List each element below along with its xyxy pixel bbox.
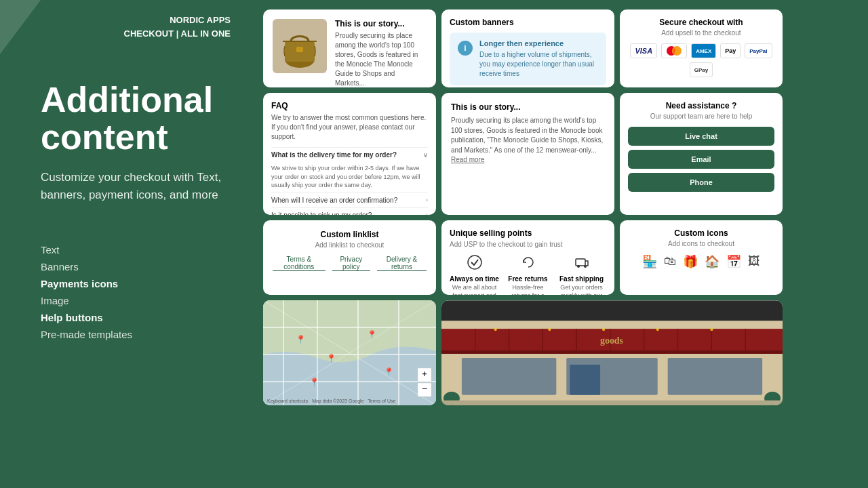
card-faq: FAQ We try to answer the most common que… [263, 93, 436, 215]
svg-rect-41 [441, 350, 783, 354]
content-grid: This is our story... Proudly securing it… [258, 0, 868, 488]
story2-link[interactable]: Read more [451, 156, 484, 163]
faq-title: FAQ [271, 101, 428, 110]
usp-desc-1: We are all about fast support and even f… [450, 284, 499, 295]
svg-point-50 [548, 328, 551, 331]
sidebar-item-banners[interactable]: Banners [41, 261, 231, 272]
svg-text:📍: 📍 [384, 367, 394, 377]
story1-body: Proudly securing its place among the wor… [335, 31, 427, 87]
left-panel: NORDIC APPS CHECKOUT | ALL IN ONE Additi… [0, 0, 258, 488]
privacy-link[interactable]: Privacy policy [332, 256, 370, 271]
card-store-image: goods [441, 300, 783, 405]
brand-name: NORDIC APPS [124, 14, 231, 27]
svg-text:📍: 📍 [326, 353, 336, 363]
svg-point-51 [602, 328, 605, 331]
linklist-links: Terms & conditions Privacy policy Delive… [273, 256, 427, 271]
usp-title-2: Free returns [503, 275, 553, 283]
image-icon: 🖼 [748, 254, 760, 269]
banner-body: Due to a higher volume of shipments, you… [479, 50, 598, 79]
chevron-down-icon: ∨ [423, 152, 428, 159]
paypal-icon: PayPal [745, 43, 772, 58]
usp-desc-2: Hassle-free returns for a seamless shopp… [503, 284, 553, 295]
sidebar-item-help[interactable]: Help buttons [41, 312, 231, 323]
custom-icons-grid: 🏪 🛍 🎁 🏠 📅 🖼 [628, 254, 774, 269]
story1-title: This is our story... [335, 19, 427, 28]
secure-subtitle: Add upsell to the checkout [628, 29, 774, 37]
sidebar-item-text[interactable]: Text [41, 244, 231, 256]
svg-point-6 [468, 256, 481, 269]
custom-icons-title: Custom icons [628, 228, 774, 238]
usp-title-3: Fast shipping [557, 275, 606, 283]
sidebar-item-templates[interactable]: Pre-made templates [41, 329, 231, 340]
phone-button[interactable]: Phone [628, 173, 774, 192]
usp-desc-3: Get your orders quickly with our expedit… [557, 284, 606, 295]
faq-item-1[interactable]: What is the delivery time for my order? … [271, 147, 428, 162]
linklist-title: Custom linklist [273, 230, 427, 239]
banner-heading: Longer then experience [479, 39, 598, 47]
usp-item-1: Always on time We are all about fast sup… [450, 255, 499, 295]
svg-rect-2 [296, 47, 303, 52]
card-story1: This is our story... Proudly securing it… [263, 9, 436, 87]
chevron-right-icon-2: › [426, 211, 428, 215]
svg-rect-42 [462, 358, 556, 395]
store-icon: 🏪 [642, 254, 657, 269]
sidebar-nav: Text Banners Payments icons Image Help b… [41, 244, 231, 340]
delivery-link[interactable]: Delivery & returns [377, 256, 427, 271]
custom-icons-subtitle: Add icons to checkout [628, 240, 774, 247]
assist-title: Need assistance ? [628, 101, 774, 110]
chevron-right-icon: › [426, 197, 428, 203]
sidebar-item-image[interactable]: Image [41, 295, 231, 306]
svg-point-53 [710, 328, 713, 331]
svg-point-9 [584, 265, 587, 268]
svg-text:📍: 📍 [296, 334, 306, 344]
card-assistance: Need assistance ? Our support team are h… [620, 93, 783, 215]
googlepay-icon: GPay [690, 62, 713, 77]
map-footer: Keyboard shortcuts Map data ©2023 Google… [267, 399, 395, 403]
mastercard-icon [661, 43, 687, 58]
usp-title: Unique selling points [450, 228, 606, 238]
svg-point-52 [656, 328, 659, 331]
svg-text:−: − [422, 383, 427, 394]
banner-info-icon: i [458, 41, 473, 56]
faq-item-3[interactable]: Is it possible to pick up my order? › [271, 207, 428, 215]
page-subtitle: Customize your checkout with Text, banne… [41, 169, 231, 203]
corner-decoration [0, 0, 41, 54]
svg-rect-54 [441, 401, 783, 405]
usp-title-1: Always on time [450, 275, 499, 283]
svg-rect-7 [576, 259, 585, 266]
live-chat-button[interactable]: Live chat [628, 127, 774, 146]
card-usp: Unique selling points Add USP to the che… [441, 220, 614, 295]
usp-check-icon [450, 255, 499, 273]
usp-item-3: Fast shipping Get your orders quickly wi… [557, 255, 606, 295]
svg-rect-44 [668, 358, 762, 395]
svg-point-49 [494, 328, 497, 331]
email-button[interactable]: Email [628, 150, 774, 169]
usp-items: Always on time We are all about fast sup… [450, 255, 606, 295]
terms-link[interactable]: Terms & conditions [273, 256, 326, 271]
banner-content: Longer then experience Due to a higher v… [479, 39, 598, 79]
svg-text:📍: 📍 [367, 329, 377, 340]
svg-text:+: + [422, 369, 427, 379]
card-linklist: Custom linklist Add linklist to checkout… [263, 220, 436, 295]
story1-text: This is our story... Proudly securing it… [335, 19, 427, 87]
amex-icon: AMEX [691, 43, 716, 58]
faq-a1: We strive to ship your order within 2-5 … [271, 162, 428, 192]
store-facade-svg: goods [441, 300, 783, 405]
brand: NORDIC APPS CHECKOUT | ALL IN ONE [124, 14, 231, 40]
usp-shipping-icon [557, 255, 606, 273]
faq-item-2[interactable]: When will I receive an order confirmatio… [271, 192, 428, 207]
home-icon: 🏠 [705, 254, 719, 269]
faq-q1: What is the delivery time for my order? [271, 151, 423, 159]
card-map: 📍 📍 📍 📍 📍 + − Keyboard shortcuts Map dat… [263, 300, 436, 405]
story2-body: Proudly securing its place among the wor… [451, 116, 605, 155]
secure-title: Secure checkout with [628, 18, 774, 27]
card-secure-checkout: Secure checkout with Add upsell to the c… [620, 9, 783, 87]
banner-box: i Longer then experience Due to a higher… [450, 33, 606, 85]
svg-point-8 [577, 265, 580, 268]
payment-icons-list: VISA AMEX Pay PayPal GPay [628, 43, 774, 77]
svg-text:goods: goods [600, 336, 624, 346]
sidebar-item-payments[interactable]: Payments icons [41, 278, 231, 289]
story-bag-image [273, 19, 327, 73]
apple-pay-icon: Pay [720, 43, 741, 58]
calendar-icon: 📅 [726, 254, 741, 269]
